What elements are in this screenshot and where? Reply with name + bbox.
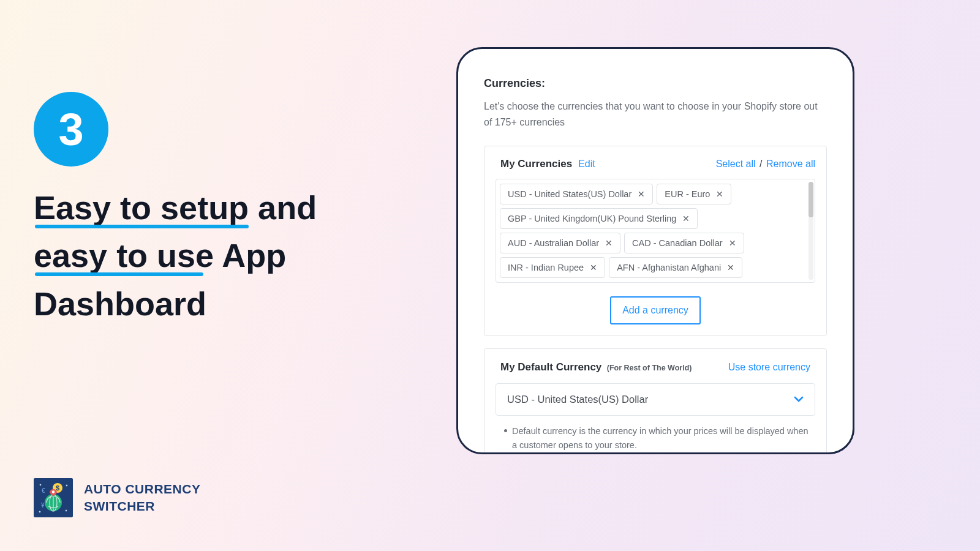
header-left: My Currencies Edit (500, 158, 595, 170)
remove-all-link[interactable]: Remove all (766, 159, 815, 169)
chip-label: CAD - Canadian Dollar (632, 238, 722, 248)
chip-remove-icon[interactable]: ✕ (590, 263, 597, 272)
chip-label: AFN - Afghanistan Afghani (617, 263, 721, 272)
default-currency-box: My Default Currency (For Rest of The Wor… (484, 348, 827, 454)
svg-text:¥: ¥ (40, 502, 45, 509)
chip-remove-icon[interactable]: ✕ (727, 263, 734, 272)
svg-text:$: $ (56, 484, 59, 492)
separator: / (760, 159, 762, 169)
scrollbar-thumb[interactable] (809, 182, 813, 217)
brand-text: AUTO CURRENCY SWITCHER (84, 481, 200, 515)
currency-chip: INR - Indian Rupee✕ (500, 257, 605, 278)
step-number: 3 (58, 103, 83, 156)
settings-panel-wrap: Currencies: Let's choose the currencies … (456, 47, 854, 454)
select-all-link[interactable]: Select all (716, 159, 756, 169)
bullet-icon (504, 429, 507, 432)
svg-point-7 (52, 490, 55, 493)
currency-chip: CAD - Canadian Dollar✕ (624, 233, 744, 253)
my-currencies-box: My Currencies Edit Select all / Remove a… (484, 146, 827, 336)
headline: Easy to setup and easy to use App Dashbo… (34, 184, 407, 328)
section-title: Currencies: (484, 77, 827, 90)
brand-logo-icon: $ € ¥ (34, 478, 73, 517)
currency-chips-area: USD - United States(US) Dollar✕EUR - Eur… (496, 179, 815, 283)
chip-remove-icon[interactable]: ✕ (682, 214, 690, 223)
default-note: Default currency is the currency in whic… (496, 416, 815, 454)
default-note-text: Default currency is the currency in whic… (512, 424, 809, 452)
chip-label: INR - Indian Rupee (508, 263, 584, 272)
chip-remove-icon[interactable]: ✕ (605, 238, 612, 248)
chip-label: AUD - Australian Dollar (508, 238, 599, 248)
default-header: My Default Currency (For Rest of The Wor… (500, 361, 810, 373)
default-header-left: My Default Currency (For Rest of The Wor… (500, 361, 692, 373)
default-currency-dropdown[interactable]: USD - United States(US) Dollar (496, 383, 815, 416)
settings-panel: Currencies: Let's choose the currencies … (456, 47, 854, 454)
header-right: Select all / Remove all (716, 159, 815, 170)
chevron-down-icon (794, 394, 804, 405)
scrollbar[interactable] (809, 182, 813, 280)
svg-text:€: € (42, 487, 45, 494)
currency-chip: GBP - United Kingdom(UK) Pound Sterling✕ (500, 208, 698, 229)
chip-label: USD - United States(US) Dollar (508, 189, 631, 199)
edit-link[interactable]: Edit (578, 159, 595, 170)
default-hint: (For Rest of The World) (607, 364, 692, 372)
currency-chip: USD - United States(US) Dollar✕ (500, 184, 653, 204)
add-currency-button[interactable]: Add a currency (610, 296, 701, 324)
use-store-currency-link[interactable]: Use store currency (728, 362, 810, 373)
chip-remove-icon[interactable]: ✕ (638, 189, 645, 199)
dropdown-value: USD - United States(US) Dollar (507, 394, 648, 405)
chip-remove-icon[interactable]: ✕ (716, 189, 723, 199)
my-currencies-header: My Currencies Edit Select all / Remove a… (484, 146, 826, 179)
default-currency-label: My Default Currency (500, 361, 601, 373)
step-badge: 3 (34, 92, 108, 167)
my-currencies-label: My Currencies (500, 158, 572, 170)
chip-label: GBP - United Kingdom(UK) Pound Sterling (508, 214, 676, 223)
currency-chip: AFN - Afghanistan Afghani✕ (609, 257, 742, 278)
chips-container: USD - United States(US) Dollar✕EUR - Eur… (500, 184, 811, 278)
brand: $ € ¥ AUTO CURRENCY SWITCHER (34, 478, 200, 517)
underline-bar (35, 272, 203, 276)
section-desc: Let's choose the currencies that you wan… (484, 99, 827, 130)
underline-bar (35, 225, 249, 228)
brand-line-2: SWITCHER (84, 498, 200, 515)
brand-line-1: AUTO CURRENCY (84, 481, 200, 498)
currency-chip: EUR - Euro✕ (657, 184, 731, 204)
chip-remove-icon[interactable]: ✕ (729, 238, 736, 248)
chip-label: EUR - Euro (665, 189, 710, 199)
headline-line-3: Dashboard (34, 280, 407, 328)
currency-chip: AUD - Australian Dollar✕ (500, 233, 620, 253)
add-currency-row: Add a currency (484, 283, 826, 335)
